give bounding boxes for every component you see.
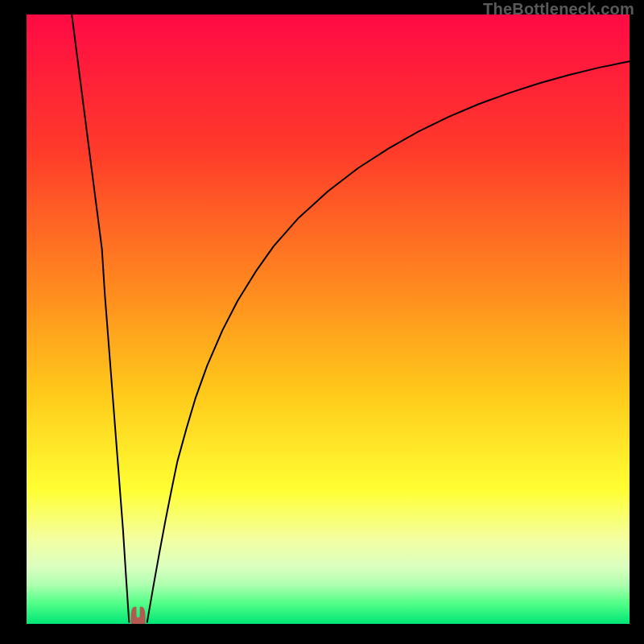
chart-svg <box>27 14 630 624</box>
svg-rect-0 <box>27 14 630 624</box>
plot-area <box>27 14 630 624</box>
chart-container: TheBottleneck.com <box>0 0 644 644</box>
